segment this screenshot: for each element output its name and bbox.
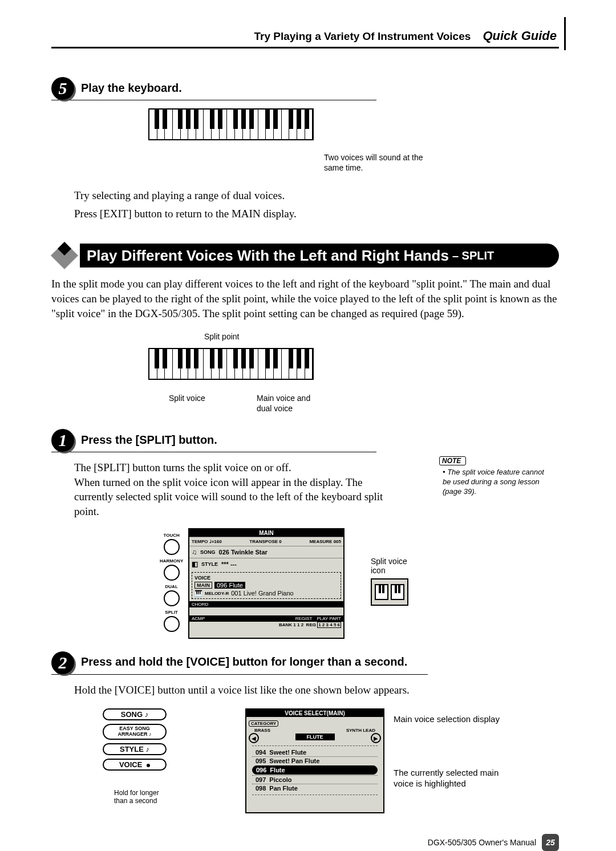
header-quickguide: Quick Guide [483,29,557,43]
section-intro: In the split mode you can play different… [51,277,559,321]
step-2-heading: 2 Press and hold the [VOICE] button for … [51,651,428,675]
page-number: 25 [542,834,559,851]
song-button: SONG ♪ [103,708,167,720]
voice-button: VOICE [103,759,167,771]
page-footer: DGX-505/305 Owner's Manual 25 [428,834,559,851]
prev-category-icon: ◀ [249,733,259,743]
lcd-screen: MAIN TEMPO ♩=160 TRANSPOSE 0 MEASURE 005… [188,528,345,639]
category-label: CATEGORY [249,720,278,727]
voice-lcd-title: VOICE SELECT(MAIN) [246,710,383,717]
step5-body2: Press [EXIT] button to return to the MAI… [74,206,508,221]
easy-song-arranger-button: EASY SONGARRANGER ♪ [103,724,167,740]
main-voice-selection-callout: Main voice selection display [394,714,500,725]
keyboard-icon [148,108,314,140]
note-box: NOTE • The split voice feature cannot be… [439,455,553,497]
step1-body: The [SPLIT] button turns the split voice… [74,460,399,519]
split-voice-label: Split voice [169,394,205,404]
panel-button-column: SONG ♪ EASY SONGARRANGER ♪ STYLE ♪ VOICE… [103,708,183,805]
list-item: 097Piccolo [252,775,378,784]
style-button: STYLE ♪ [103,743,167,755]
touch-knob-icon [164,539,180,555]
style-icon: ◧ [192,560,198,568]
header-rule [51,47,559,48]
list-item: 098Pan Flute [252,784,378,792]
header-left: Try Playing a Variety Of Instrument Voic… [254,30,471,42]
section-heading-split: Play Different Voices With the Left and … [51,244,559,268]
keyboard-icon [148,348,314,380]
harmony-knob-icon [164,565,180,581]
note-label: NOTE [439,456,466,465]
dual-caption: Two voices will sound at the same time. [324,153,423,173]
piano-icon: 🎹 [194,590,202,597]
music-note-icon: ♫ [192,548,197,556]
selected-highlight-callout: The currently selected main voice is hig… [394,768,499,789]
category-row: BRASS SYNTH LEAD [246,728,383,733]
section-title-main: Play Different Voices With the Left and … [87,247,449,265]
list-item: 095Sweet! Pan Flute [252,756,378,765]
step-2-badge: 2 [51,651,74,674]
knob-column: TOUCH HARMONY DUAL SPLIT [160,533,183,635]
step5-body1: Try selecting and playing a range of dua… [74,188,508,203]
voice-list: 094Sweet! Flute 095Sweet! Pan Flute 096F… [252,745,378,795]
diamond-icon [51,242,78,269]
flute-category: FLUTE [295,734,335,740]
voice-select-panel: SONG ♪ EASY SONGARRANGER ♪ STYLE ♪ VOICE… [103,708,559,822]
step2-title: Press and hold the [VOICE] button for lo… [81,655,407,668]
keyboard-diagram-split: Split point Split voice Main voice and d… [148,332,559,412]
section-title-suffix: – SPLIT [452,249,494,262]
list-item: 094Sweet! Flute [252,748,378,756]
step-1-heading: 1 Press the [SPLIT] button. [51,429,376,452]
manual-name: DGX-505/305 Owner's Manual [428,838,536,847]
step5-title: Play the keyboard. [81,82,182,95]
page-running-header: Try Playing a Variety Of Instrument Voic… [51,29,559,43]
split-point-label: Split point [204,332,239,342]
dual-knob-icon [164,590,180,606]
keyboard-diagram-dual: Two voices will sound at the same time. [148,108,559,183]
split-voice-icon-callout: Split voice icon [371,557,408,606]
lcd-main-screenshot: TOUCH HARMONY DUAL SPLIT MAIN TEMPO ♩=16… [108,528,559,642]
split-knob-icon [164,616,180,632]
step-1-badge: 1 [51,429,74,452]
list-item-selected: 096Flute [252,765,378,775]
voice-select-lcd: VOICE SELECT(MAIN) CATEGORY BRASS SYNTH … [245,708,384,813]
step-5-badge: 5 [51,77,74,100]
lcd-title: MAIN [189,529,343,537]
step-5-heading: 5 Play the keyboard. [51,77,376,100]
note-body: • The split voice feature cannot be used… [439,468,553,497]
step1-title: Press the [SPLIT] button. [81,433,217,447]
step2-body: Hold the [VOICE] button until a voice li… [74,683,508,698]
next-category-icon: ▶ [371,733,381,743]
main-voice-label: Main voice and dual voice [257,394,310,414]
split-voice-icon [371,578,408,606]
hold-caption: Hold for longer than a second [114,789,183,805]
